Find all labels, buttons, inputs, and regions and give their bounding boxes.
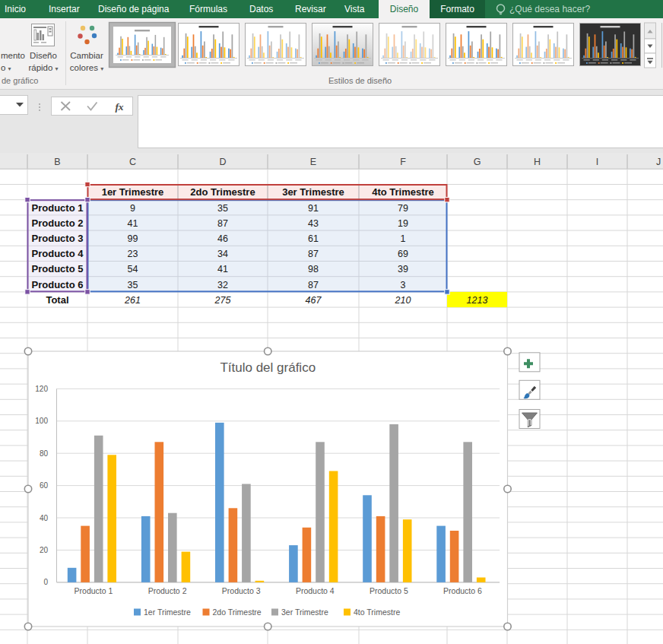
svg-text:1er Trimestre: 1er Trimestre — [144, 608, 191, 617]
svg-text:87: 87 — [217, 218, 228, 229]
svg-text:46: 46 — [217, 233, 228, 244]
svg-text:F: F — [400, 157, 406, 167]
svg-text:4to Trimestre: 4to Trimestre — [354, 608, 400, 617]
svg-text:9: 9 — [130, 203, 135, 214]
svg-text:Producto 1: Producto 1 — [75, 586, 113, 595]
svg-text:87: 87 — [308, 249, 319, 259]
svg-text:80: 80 — [40, 449, 49, 458]
svg-text:Producto 4: Producto 4 — [32, 248, 84, 259]
svg-text:3er Trimestre: 3er Trimestre — [282, 186, 344, 198]
svg-text:Producto 3: Producto 3 — [32, 233, 84, 244]
svg-text:41: 41 — [128, 218, 138, 229]
svg-text:1213: 1213 — [467, 295, 488, 306]
svg-text:C: C — [129, 157, 136, 167]
svg-text:91: 91 — [308, 203, 319, 214]
svg-text:100: 100 — [35, 417, 48, 425]
svg-text:Título del gráfico: Título del gráfico — [220, 360, 316, 375]
svg-text:Producto 5: Producto 5 — [32, 263, 84, 274]
svg-text:120: 120 — [35, 385, 48, 393]
svg-text:20: 20 — [40, 546, 49, 554]
svg-text:32: 32 — [217, 280, 228, 290]
svg-text:fx: fx — [115, 101, 123, 113]
svg-text:Producto 2: Producto 2 — [32, 217, 84, 229]
svg-text:98: 98 — [308, 264, 319, 274]
svg-text:210: 210 — [395, 295, 411, 306]
svg-text:3er Trimestre: 3er Trimestre — [281, 608, 328, 617]
svg-text:87: 87 — [308, 280, 319, 290]
svg-text:Producto 1: Producto 1 — [32, 202, 84, 214]
svg-text:35: 35 — [128, 280, 138, 290]
svg-text:39: 39 — [398, 264, 408, 274]
svg-text:60: 60 — [40, 481, 49, 490]
svg-text:261: 261 — [124, 295, 141, 306]
svg-text:1: 1 — [401, 233, 406, 244]
svg-text:34: 34 — [217, 249, 228, 259]
svg-text:I: I — [596, 157, 598, 167]
svg-text:Producto 2: Producto 2 — [148, 586, 187, 595]
svg-text:1er Trimestre: 1er Trimestre — [102, 186, 164, 198]
svg-text:40: 40 — [40, 514, 49, 522]
svg-text:J: J — [656, 157, 661, 167]
svg-text:G: G — [474, 157, 481, 167]
svg-text:54: 54 — [128, 264, 138, 274]
svg-text:2do Trimestre: 2do Trimestre — [213, 608, 262, 617]
svg-text:Producto 6: Producto 6 — [32, 279, 84, 290]
svg-text:69: 69 — [398, 249, 408, 259]
svg-text:Producto 6: Producto 6 — [443, 586, 482, 595]
svg-text:Producto 5: Producto 5 — [370, 586, 408, 595]
svg-text:Producto 3: Producto 3 — [222, 586, 261, 595]
svg-text:467: 467 — [306, 295, 322, 306]
svg-text:Producto 4: Producto 4 — [296, 586, 335, 595]
svg-text:43: 43 — [308, 218, 319, 229]
svg-text:275: 275 — [214, 295, 231, 306]
svg-text:19: 19 — [398, 218, 408, 229]
svg-text:D: D — [219, 157, 226, 167]
svg-text:23: 23 — [128, 249, 138, 259]
svg-text:4to Trimestre: 4to Trimestre — [372, 186, 434, 198]
svg-text:2do Trimestre: 2do Trimestre — [190, 186, 255, 198]
svg-text:H: H — [534, 157, 541, 167]
svg-text:61: 61 — [308, 233, 319, 244]
svg-text:41: 41 — [217, 264, 228, 274]
svg-text:B: B — [54, 157, 60, 167]
svg-text:3: 3 — [401, 280, 406, 290]
svg-text:99: 99 — [128, 233, 138, 244]
svg-text:E: E — [310, 157, 316, 167]
svg-text:79: 79 — [398, 203, 408, 214]
svg-text:Total: Total — [46, 294, 68, 306]
svg-text:35: 35 — [217, 203, 228, 214]
svg-text:0: 0 — [43, 578, 48, 586]
